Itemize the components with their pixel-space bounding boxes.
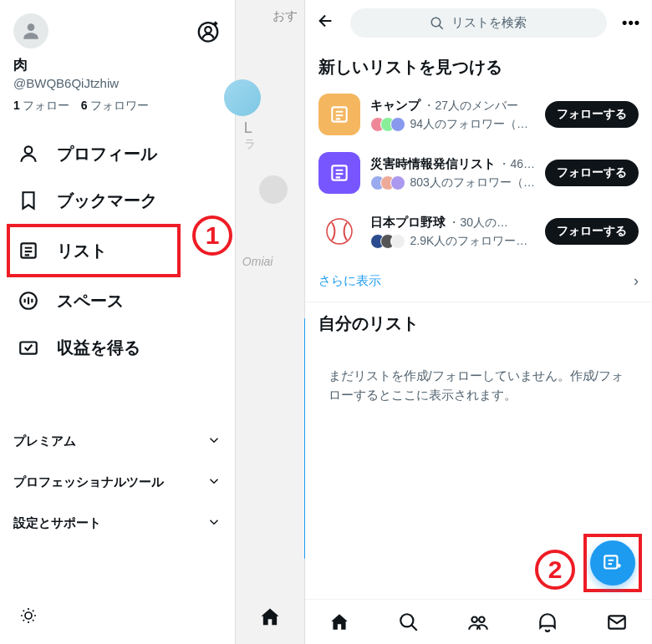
svg-point-16 xyxy=(479,616,485,622)
empty-state-message: まだリストを作成/フォローしていません。作成/フォローするとここに表示されます。 xyxy=(305,342,652,429)
list-name: 日本プロ野球 xyxy=(370,215,446,229)
home-tab-icon[interactable] xyxy=(258,606,282,632)
user-handle: @BWQB6QiJtzhiw xyxy=(13,76,222,90)
profile-icon xyxy=(17,142,40,165)
create-list-fab-highlight xyxy=(583,534,642,592)
svg-point-14 xyxy=(400,614,413,626)
list-thumbnail xyxy=(318,152,360,194)
follow-stats[interactable]: 1フォロー 6フォロワー xyxy=(13,99,222,114)
list-members: ・30人の… xyxy=(446,216,508,229)
list-followers-count: 803人のフォロワー（… xyxy=(410,175,535,190)
svg-point-12 xyxy=(327,219,352,244)
svg-point-8 xyxy=(25,612,32,619)
search-input[interactable]: リストを検索 xyxy=(350,8,608,38)
tab-messages[interactable] xyxy=(600,606,634,639)
list-followers-count: 2.9K人のフォロワー… xyxy=(410,234,528,249)
blurred-avatar-small xyxy=(259,175,288,204)
back-button[interactable] xyxy=(317,12,335,35)
svg-point-4 xyxy=(25,146,33,154)
discover-lists-title: 新しいリストを見つける xyxy=(305,46,652,85)
nav-monetization[interactable]: 収益を得る xyxy=(13,324,222,371)
follower-avatars xyxy=(370,175,405,190)
list-icon xyxy=(17,239,40,262)
nav-lists[interactable]: リスト xyxy=(7,224,181,277)
tab-home[interactable] xyxy=(323,606,356,639)
list-name: 災害時情報発信リスト xyxy=(370,156,496,170)
nav-spaces[interactable]: スペース xyxy=(13,277,222,324)
follow-list-button[interactable]: フォローする xyxy=(545,101,639,128)
suggested-list-item[interactable]: 災害時情報発信リスト ・46…803人のフォロワー（…フォローする xyxy=(305,144,652,202)
svg-point-0 xyxy=(28,23,35,31)
svg-point-9 xyxy=(432,18,441,27)
theme-toggle-icon[interactable] xyxy=(13,601,43,631)
show-more-button[interactable]: さらに表示 › xyxy=(305,261,652,302)
nav-bookmarks[interactable]: ブックマーク xyxy=(13,177,222,224)
monetization-icon xyxy=(17,336,40,359)
chevron-down-icon xyxy=(206,515,222,532)
bookmark-icon xyxy=(17,189,40,212)
follow-list-button[interactable]: フォローする xyxy=(545,218,639,245)
background-timeline: おす L ラ Omiai xyxy=(235,0,305,644)
nav-professional[interactable]: プロフェッショナルツール xyxy=(13,462,222,503)
svg-rect-13 xyxy=(604,555,617,568)
profile-avatar[interactable] xyxy=(13,13,48,48)
nav-profile[interactable]: プロフィール xyxy=(13,130,222,177)
bottom-navigation xyxy=(305,599,652,644)
list-name: キャンプ xyxy=(370,98,420,112)
svg-point-15 xyxy=(472,616,478,622)
nav-premium[interactable]: プレミアム xyxy=(13,421,222,462)
list-members: ・46… xyxy=(496,157,535,170)
follow-list-button[interactable]: フォローする xyxy=(545,160,639,186)
tab-notifications[interactable] xyxy=(531,606,564,639)
omiai-label: Omiai xyxy=(242,255,273,268)
create-list-fab[interactable] xyxy=(590,540,635,586)
spaces-icon xyxy=(17,289,40,312)
add-account-icon[interactable] xyxy=(195,18,222,44)
lists-screen: リストを検索 ••• 新しいリストを見つける キャンプ ・27人のメンバー94人… xyxy=(305,0,652,644)
list-members: ・27人のメンバー xyxy=(420,99,518,112)
user-display-name: 肉 xyxy=(13,55,222,74)
chevron-down-icon xyxy=(206,474,222,491)
follower-avatars xyxy=(370,234,405,249)
follower-avatars xyxy=(370,117,405,132)
your-lists-title: 自分のリスト xyxy=(305,302,652,342)
blurred-avatar xyxy=(224,79,261,116)
nav-settings[interactable]: 設定とサポート xyxy=(13,503,222,544)
list-thumbnail xyxy=(318,210,360,252)
suggested-list-item[interactable]: 日本プロ野球 ・30人の…2.9K人のフォロワー…フォローする xyxy=(305,202,652,261)
list-followers-count: 94人のフォロワー（… xyxy=(410,117,529,132)
search-icon xyxy=(430,16,445,31)
suggested-list-item[interactable]: キャンプ ・27人のメンバー94人のフォロワー（…フォローする xyxy=(305,85,652,144)
list-thumbnail xyxy=(318,94,360,135)
navigation-drawer: 肉 @BWQB6QiJtzhiw 1フォロー 6フォロワー プロフィール ブック… xyxy=(0,0,235,644)
chevron-right-icon: › xyxy=(634,272,639,290)
tab-communities[interactable] xyxy=(461,606,495,639)
more-options-button[interactable]: ••• xyxy=(622,14,640,32)
svg-point-2 xyxy=(205,27,211,33)
chevron-down-icon xyxy=(206,433,222,450)
tab-search[interactable] xyxy=(392,606,425,639)
blurred-text: L xyxy=(244,119,299,137)
recommended-tab-label: おす xyxy=(236,0,304,33)
